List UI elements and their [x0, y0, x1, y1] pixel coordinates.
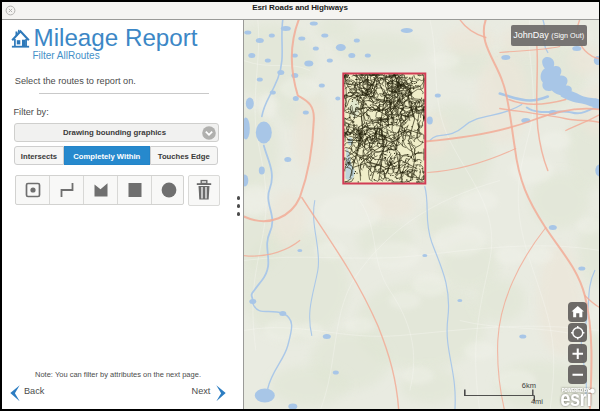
- svg-text:4mi: 4mi: [531, 396, 543, 405]
- svg-text:esri: esri: [561, 386, 592, 409]
- svg-text:6km: 6km: [522, 381, 536, 390]
